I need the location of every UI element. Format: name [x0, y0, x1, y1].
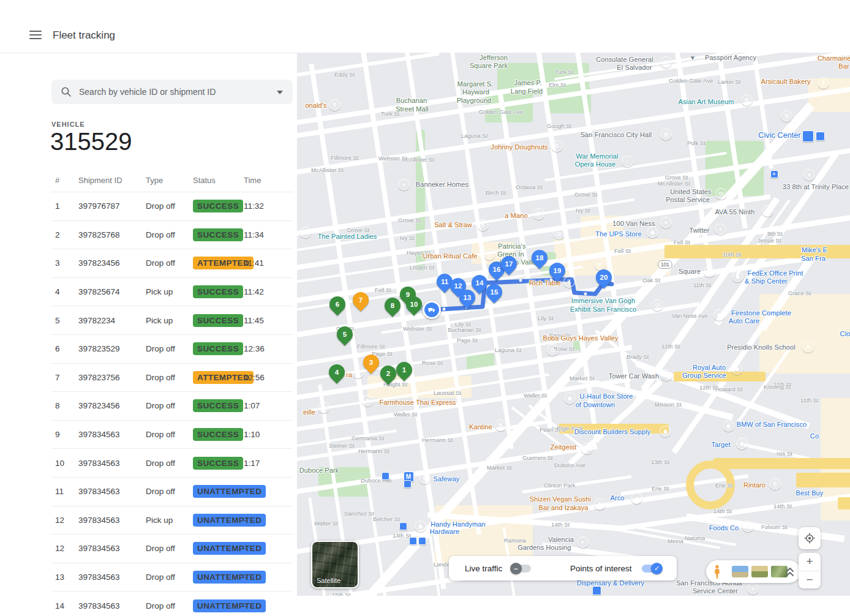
fork-poi-icon[interactable] [533, 208, 544, 220]
fork-poi-icon[interactable] [495, 419, 506, 431]
table-row[interactable]: 8397823456Drop offSUCCESS1:07 [51, 391, 293, 420]
transit-badge[interactable] [409, 537, 417, 545]
poi-triangle-icon[interactable]: ▼ [690, 54, 696, 61]
fork-poi-icon[interactable] [352, 367, 364, 378]
table-row[interactable]: 6397823529Drop offSUCCESS12:36 [51, 334, 293, 363]
bag-poi-icon[interactable] [732, 271, 743, 282]
imagery-thumbnail[interactable] [732, 566, 748, 577]
transit-badge[interactable]: 8 [770, 170, 778, 178]
cart-poi-icon[interactable] [742, 520, 754, 532]
cup-poi-icon[interactable] [547, 344, 559, 356]
bag-poi-icon[interactable] [723, 420, 734, 432]
palette-poi-icon[interactable] [652, 299, 663, 311]
stop-marker-18[interactable]: 18 [528, 247, 551, 269]
table-row[interactable]: 7397823756Drop offATTEMPTED12:56 [51, 363, 293, 392]
grad-poi-icon[interactable] [802, 341, 814, 353]
zoom-in-button[interactable]: + [799, 553, 821, 570]
imagery-thumbnail[interactable] [771, 566, 788, 577]
bag-poi-icon[interactable] [660, 426, 671, 437]
dot-poi-icon[interactable] [715, 223, 726, 235]
bag-poi-icon[interactable] [713, 309, 725, 321]
cup-poi-icon[interactable] [553, 228, 565, 239]
vehicle-marker[interactable] [423, 301, 441, 319]
chevron-down-icon[interactable] [277, 91, 283, 97]
fork-poi-icon[interactable] [551, 140, 563, 152]
transit-badge[interactable] [592, 586, 601, 595]
table-row[interactable]: 14397834563Drop offUNATTEMPTED- [51, 591, 293, 616]
stop-marker-15[interactable]: 15 [483, 281, 506, 304]
stop-marker-20[interactable]: 20 [593, 266, 615, 289]
points-of-interest-toggle[interactable]: ✓ [642, 565, 661, 573]
stop-marker-10[interactable]: 10 [403, 293, 426, 316]
stop-marker-3[interactable]: 3 [360, 351, 383, 374]
dot-poi-icon[interactable] [631, 492, 642, 504]
stop-marker-5[interactable]: 5 [334, 323, 356, 346]
table-row[interactable]: 1397976787Drop offSUCCESS11:32 [51, 192, 293, 220]
dot-poi-icon[interactable] [762, 205, 773, 217]
grad-poi-icon[interactable] [594, 258, 606, 270]
stop-marker-19[interactable]: 19 [546, 260, 569, 282]
table-row[interactable]: 12397834563Drop offUNATTEMPTED- [51, 534, 293, 563]
stop-marker-4[interactable]: 4 [326, 361, 348, 384]
transit-badge[interactable] [802, 130, 814, 142]
pegman-icon[interactable] [712, 565, 722, 579]
bank-poi-icon[interactable] [660, 56, 672, 68]
transit-badge[interactable] [382, 472, 389, 480]
fork-poi-icon[interactable] [818, 77, 829, 89]
dot-poi-icon[interactable] [660, 217, 672, 228]
transit-badge[interactable] [404, 480, 412, 488]
cup-poi-icon[interactable] [318, 402, 329, 413]
table-row[interactable]: 2397825768Drop offSUCCESS11:34 [51, 220, 293, 249]
cart-poi-icon[interactable] [419, 473, 431, 484]
bag-poi-icon[interactable] [647, 227, 658, 238]
table-row[interactable]: 11397834563Drop offUNATTEMPTED- [51, 477, 293, 506]
transit-badge[interactable] [418, 537, 426, 545]
table-row[interactable]: 10397834563Drop offSUCCESS1:17 [51, 448, 293, 477]
imagery-thumbnail[interactable] [751, 566, 768, 577]
table-row[interactable]: 9397834563Drop offSUCCESS1:10 [51, 420, 293, 449]
dot-poi-icon[interactable] [803, 169, 815, 181]
fork-poi-icon[interactable] [329, 99, 340, 111]
fork-poi-icon[interactable] [594, 498, 606, 510]
cup-poi-icon[interactable] [484, 249, 495, 260]
cart-poi-icon[interactable] [781, 110, 792, 122]
mail-poi-icon[interactable] [715, 188, 727, 200]
fork-poi-icon[interactable] [769, 478, 781, 490]
table-row[interactable]: 4397825674Pick upSUCCESS11:42 [51, 277, 293, 306]
fork-poi-icon[interactable] [581, 443, 593, 454]
dot-poi-icon[interactable] [704, 266, 715, 277]
rook-poi-icon[interactable]: ♜ [299, 227, 311, 238]
bag-poi-icon[interactable] [564, 393, 576, 404]
fork-poi-icon[interactable] [477, 219, 489, 231]
map[interactable]: Eddy StTurk StTurk StElm StGolden Gate A… [297, 53, 850, 596]
bank-poi-icon[interactable] [741, 94, 753, 106]
table-row[interactable]: 13397834563Drop offUNATTEMPTED- [51, 563, 293, 592]
table-row[interactable]: 12397834563Pick upUNATTEMPTED- [51, 506, 293, 535]
dot-poi-icon[interactable] [398, 179, 410, 190]
stop-marker-6[interactable]: 6 [326, 293, 349, 316]
stop-marker-1[interactable]: 1 [393, 359, 416, 381]
dot-poi-icon[interactable] [747, 583, 759, 595]
dot-poi-icon[interactable] [661, 369, 672, 381]
bag-poi-icon[interactable] [415, 520, 426, 532]
search-box[interactable]: Search by vehicle ID or shipment ID [51, 80, 293, 104]
transit-badge[interactable] [816, 132, 825, 141]
note-poi-icon[interactable]: ♪ [622, 156, 633, 167]
bag-poi-icon[interactable] [736, 438, 748, 449]
bag-poi-icon[interactable] [731, 363, 743, 375]
table-row[interactable]: 3397823456Drop offATTEMPTED11:41 [51, 249, 293, 277]
live-traffic-toggle[interactable]: − [511, 565, 531, 573]
stop-marker-7[interactable]: 7 [350, 289, 372, 312]
stop-marker-2[interactable]: 2 [377, 362, 400, 385]
dot-poi-icon[interactable] [577, 536, 589, 548]
menu-icon[interactable] [29, 31, 42, 40]
table-row[interactable]: 539782234Pick upSUCCESS11:45 [51, 306, 293, 334]
bank-poi-icon[interactable] [660, 129, 672, 140]
collapse-icon[interactable] [786, 565, 794, 577]
zoom-out-button[interactable]: − [799, 571, 821, 588]
my-location-button[interactable] [799, 527, 821, 549]
transit-badge[interactable] [399, 522, 407, 530]
fork-poi-icon[interactable] [362, 395, 374, 407]
stop-marker-17[interactable]: 17 [498, 253, 521, 276]
satellite-toggle[interactable]: Satellite [311, 541, 359, 588]
